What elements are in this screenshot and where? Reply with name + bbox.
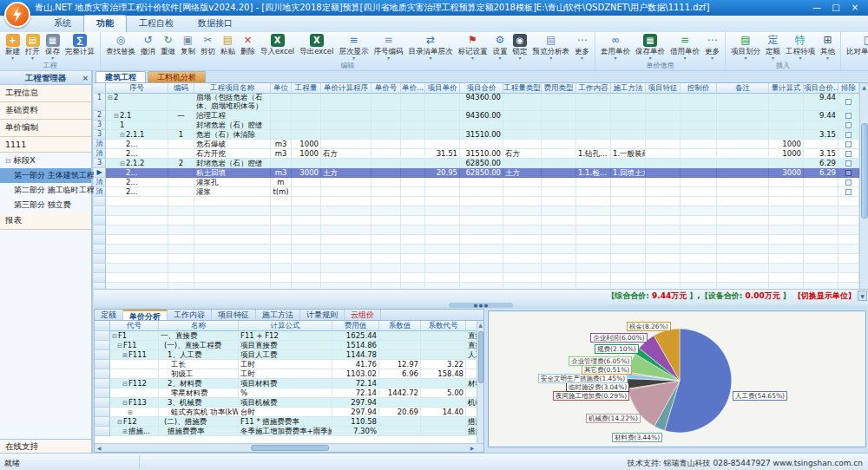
row-header[interactable]: 清 bbox=[94, 187, 106, 197]
row-header[interactable]: 3 bbox=[94, 159, 106, 168]
sidebar-tree-item[interactable]: 第三部分 独立费 bbox=[0, 198, 91, 212]
row-header[interactable] bbox=[95, 398, 110, 408]
other-insert-button[interactable]: ⊞其他▾ bbox=[818, 33, 838, 61]
table-row[interactable]: ⊞F1111、人工费项目人工费1144.78人工费 bbox=[95, 350, 483, 360]
table-row[interactable]: 清2...石方开挖m31000石方31.5131510.00石方1.钻孔…1.一… bbox=[94, 149, 868, 159]
table-row[interactable]: 31封堵危岩（石）腔缝 bbox=[94, 121, 868, 130]
scroll-up-icon[interactable]: ▲ bbox=[477, 321, 483, 330]
sidebar-tree-root[interactable]: ⊟ 标段X bbox=[0, 153, 91, 168]
open-folder-button[interactable]: ▤打开▾ bbox=[23, 33, 43, 61]
sidebar-tree-item[interactable]: 第二部分 施工临时工程 bbox=[0, 183, 91, 198]
maximize-button[interactable]: □ bbox=[826, 0, 845, 16]
special-item-button[interactable]: 特工程特项▾ bbox=[783, 33, 818, 61]
close-button[interactable]: × bbox=[845, 0, 865, 16]
scroll-right-icon[interactable]: ▶ bbox=[468, 444, 477, 452]
row-header[interactable]: 清 bbox=[94, 149, 106, 159]
import-excel-button[interactable]: X导入excel bbox=[258, 33, 297, 56]
tree-toggle-icon[interactable]: ⊞ bbox=[122, 351, 128, 360]
number-code-button[interactable]: ≡序号编码▾ bbox=[371, 33, 405, 61]
tree-collapse-icon[interactable]: ⊟ bbox=[120, 131, 125, 140]
vertical-scrollbar[interactable]: ▲ bbox=[859, 83, 868, 289]
sidebar-item-工程信息[interactable]: 工程信息 bbox=[0, 85, 91, 102]
summary-text[interactable]: 【综合合价: 9.44万元 】,【设备合价: 0.00万元 】 【切换显示单位】 bbox=[607, 291, 856, 300]
column-header[interactable]: 单价计算程序 bbox=[321, 83, 372, 94]
sidebar-item-单价编制[interactable]: 单价编制 bbox=[0, 120, 91, 137]
scroll-down-icon[interactable]: ▼ bbox=[858, 290, 867, 301]
table-row[interactable]: ⊟F1122、材料费项目材料费72.14材料费 bbox=[95, 379, 483, 388]
column-header[interactable]: 单价... bbox=[401, 83, 425, 94]
sidebar-item-基础资料[interactable]: 基础资料 bbox=[0, 102, 91, 120]
new-file-button[interactable]: +新建▾ bbox=[3, 33, 23, 61]
more-edit-button[interactable]: ⋯更多▾ bbox=[572, 33, 592, 61]
copy-button[interactable]: ▣复制 bbox=[178, 33, 198, 56]
table-row[interactable]: 清2...危石爆破m310001000 bbox=[94, 140, 868, 149]
quota-button[interactable]: 定定额▾ bbox=[763, 33, 783, 61]
analysis-tab-项目特征[interactable]: 项目特征 bbox=[212, 310, 256, 320]
column-header[interactable]: 备注 bbox=[717, 83, 769, 94]
table-row[interactable]: ▶2...粘土回填m33000土方20.9562850.00土方1.1.检…1.… bbox=[94, 168, 868, 178]
analysis-tab-计量规则[interactable]: 计量规则 bbox=[300, 310, 345, 320]
table-row[interactable]: 3⊟2.1.11危岩（石）体清除31510.003.15 bbox=[94, 130, 868, 140]
column-header[interactable]: 编码 bbox=[168, 83, 194, 94]
column-header[interactable]: 项目特征 bbox=[646, 83, 681, 94]
table-row[interactable]: ⊟F1一、直接费F11 + F121625.44直接费 bbox=[95, 331, 483, 341]
row-header[interactable]: 3 bbox=[94, 121, 106, 130]
analysis-tab-定额[interactable]: 定额 bbox=[95, 310, 123, 320]
analysis-vertical-scrollbar[interactable]: ▲ bbox=[477, 321, 483, 443]
sidebar-item-1111[interactable]: 1111 bbox=[0, 137, 91, 153]
column-header[interactable]: 代号 bbox=[110, 321, 159, 331]
ribbon-tab-系统[interactable]: 系统 bbox=[42, 16, 83, 32]
export-excel-button[interactable]: X导出excel bbox=[297, 33, 336, 56]
tree-toggle-icon[interactable]: ⊟ bbox=[112, 332, 117, 341]
catalog-level-button[interactable]: ⇄目录清单层次▾ bbox=[405, 33, 455, 61]
close-icon[interactable]: × bbox=[82, 71, 89, 85]
scroll-thumb[interactable] bbox=[251, 445, 329, 451]
find-replace-button[interactable]: ◎查找替换 bbox=[103, 33, 138, 56]
exclude-checkbox[interactable] bbox=[845, 160, 852, 166]
column-header[interactable]: 单位 bbox=[271, 83, 292, 94]
table-row[interactable]: ⊟F11(一)、直接工程费项目直接费1514.86直接工程费 bbox=[95, 341, 483, 350]
column-header[interactable]: 名称 bbox=[159, 321, 239, 331]
worksheet-tab-建筑工程[interactable]: 建筑工程 bbox=[95, 71, 146, 82]
minimize-button[interactable]: — bbox=[807, 0, 826, 16]
calculate-sigma-button[interactable]: ∑完整计算 bbox=[62, 33, 97, 56]
scroll-up-icon[interactable]: ▲ bbox=[860, 83, 868, 92]
settings-gear-button[interactable]: ⚙设置▾ bbox=[490, 33, 510, 61]
save-price-button[interactable]: ▦保存单价▾ bbox=[633, 33, 667, 61]
exclude-checkbox[interactable] bbox=[845, 132, 852, 138]
tree-collapse-icon[interactable]: ⊟ bbox=[120, 160, 125, 168]
preview-report-button[interactable]: ▤预览分析表▾ bbox=[529, 33, 572, 61]
column-header[interactable]: 工程项目名称 bbox=[194, 83, 271, 94]
apply-price-button[interactable]: ∞套用单价▾ bbox=[598, 33, 633, 61]
table-row[interactable]: 清2...灌浆孔m bbox=[94, 178, 868, 187]
sidebar-item-报表[interactable]: 报表 bbox=[0, 212, 91, 230]
sidebar-tree-item[interactable]: 第一部分 主体建筑工程 bbox=[0, 168, 91, 183]
tree-toggle-icon[interactable]: ⊟ bbox=[122, 399, 128, 408]
column-header[interactable]: 量计算式 bbox=[769, 83, 804, 94]
analysis-horizontal-scrollbar[interactable]: ◀ ▶ bbox=[95, 443, 483, 452]
row-header[interactable]: 2 bbox=[94, 111, 106, 121]
table-row[interactable]: 1⊟2崩塌（包括危岩（石体、崩塌堆积体等）治理工程94360.009.44 bbox=[94, 94, 868, 111]
level-display-button[interactable]: ≡层次显示▾ bbox=[336, 33, 371, 61]
exclude-checkbox[interactable] bbox=[845, 141, 852, 147]
column-header[interactable]: 系数值 bbox=[379, 321, 421, 331]
ribbon-tab-功能[interactable]: 功能 bbox=[83, 15, 127, 32]
analysis-tab-工作内容[interactable]: 工作内容 bbox=[168, 310, 212, 320]
table-row[interactable]: 2⊟2.1—治理工程94360.009.44 bbox=[94, 111, 868, 121]
undo-button[interactable]: ↺撤消 bbox=[138, 33, 158, 56]
tree-collapse-icon[interactable]: ⊟ bbox=[114, 112, 119, 121]
column-header[interactable]: 单价号 bbox=[372, 83, 401, 94]
table-row[interactable]: 3⊟2.1.22封堵危岩（石）腔缝62850.006.29 bbox=[94, 159, 868, 168]
tree-collapse-icon[interactable]: ⊟ bbox=[5, 157, 13, 165]
exclude-checkbox[interactable] bbox=[845, 180, 852, 186]
lock-button[interactable]: ◉锁定▾ bbox=[510, 33, 529, 61]
exclude-checkbox[interactable] bbox=[845, 151, 852, 157]
row-header[interactable] bbox=[95, 331, 110, 341]
column-header[interactable]: 项目合价... bbox=[804, 83, 838, 94]
column-header[interactable]: 计算公式 bbox=[239, 321, 332, 331]
delete-button[interactable]: ×删除 bbox=[238, 33, 258, 56]
row-header[interactable]: 1 bbox=[94, 94, 106, 111]
column-header[interactable]: 控制价 bbox=[681, 83, 717, 94]
column-header[interactable]: 施工方法 bbox=[611, 83, 646, 94]
ribbon-tab-数据接口[interactable]: 数据接口 bbox=[186, 16, 245, 32]
